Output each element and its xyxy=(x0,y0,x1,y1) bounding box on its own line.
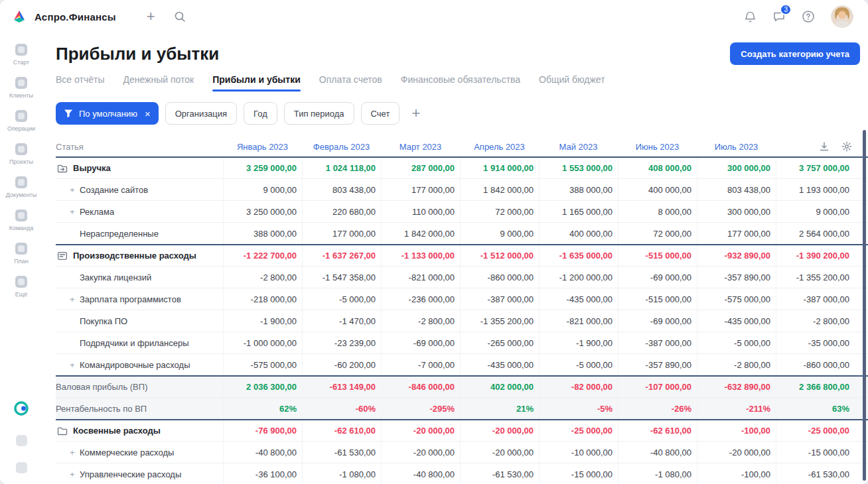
sidebar-item-label: Проекты xyxy=(9,158,33,165)
row-label: +Командировочные расходы xyxy=(56,360,223,370)
tab-cash-flow[interactable]: Денежный поток xyxy=(123,74,194,91)
filter-chip-year[interactable]: Год xyxy=(244,102,277,125)
table-cell: 177 000,00 xyxy=(302,223,381,244)
table-cell: -1 355 200,00 xyxy=(776,267,855,288)
table-cell: 9 000,00 xyxy=(460,223,539,244)
table-row[interactable]: +Командировочные расходы-575 000,00-60 2… xyxy=(56,353,868,375)
expand-icon[interactable]: + xyxy=(70,207,75,217)
clients-icon xyxy=(15,77,27,89)
column-header[interactable]: Июль 2023 xyxy=(697,142,776,152)
table-cell: -20 000,00 xyxy=(460,420,539,441)
bottom-widget-icon-2[interactable] xyxy=(16,462,27,473)
table-row[interactable]: +Зарплата программистов-218 000,00-5 000… xyxy=(56,288,868,310)
tab-financial-obligations[interactable]: Финансовые обязательства xyxy=(401,74,520,91)
table-cell: -10 000,00 xyxy=(539,442,618,463)
sidebar-item-clients[interactable]: Клиенты xyxy=(6,77,36,99)
table-cell: 2 564 000,00 xyxy=(776,223,855,244)
notifications-bell-icon[interactable] xyxy=(744,11,757,23)
table-cell: -107 000,00 xyxy=(618,377,697,397)
month-headers: Январь 2023Февраль 2023Март 2023Апрель 2… xyxy=(223,142,776,152)
tab-general-budget[interactable]: Общий бюджет xyxy=(539,74,605,91)
expand-icon[interactable]: + xyxy=(70,360,75,370)
table-row[interactable]: +Управленческие расходы-36 100,00-1 080,… xyxy=(56,463,868,484)
tab-all-reports[interactable]: Все отчёты xyxy=(56,74,104,91)
expand-icon[interactable]: + xyxy=(70,469,75,479)
table-cell: 1 193 000,00 xyxy=(776,179,855,200)
user-avatar[interactable] xyxy=(831,5,853,28)
sidebar-item-start[interactable]: Старт xyxy=(6,44,36,66)
filter-clear-icon[interactable]: × xyxy=(145,109,151,119)
table-row[interactable]: Косвенные расходы-76 900,00-62 610,00-20… xyxy=(56,419,868,441)
row-label-text: Валовая прибыль (ВП) xyxy=(56,382,147,392)
table-row[interactable]: +Коммерческие расходы-40 800,00-61 530,0… xyxy=(56,441,868,463)
table-cell: -15 000,00 xyxy=(539,463,618,484)
table-row[interactable]: Рентабельность по ВП62%-60%-295%21%-5%-2… xyxy=(56,397,868,419)
row-label-text: Реклама xyxy=(80,207,114,217)
table-row[interactable]: Производственные расходы-1 222 700,00-1 … xyxy=(56,244,868,266)
row-label: Подрядчики и фрилансеры xyxy=(56,338,223,348)
table-cell: 72 000,00 xyxy=(460,201,539,222)
table-row[interactable]: Выручка3 259 000,001 024 118,00287 000,0… xyxy=(56,156,868,178)
table-settings-gear-icon[interactable] xyxy=(841,141,852,152)
bottom-widget-icon-1[interactable] xyxy=(16,435,27,446)
sidebar-item-projects[interactable]: Проекты xyxy=(6,143,36,165)
expand-icon[interactable]: + xyxy=(70,185,75,195)
table-cell: -515 000,00 xyxy=(618,245,697,266)
column-header[interactable]: Май 2023 xyxy=(539,142,618,152)
sidebar-item-more[interactable]: Ещё xyxy=(6,276,36,298)
sidebar-item-plan[interactable]: План xyxy=(6,243,36,265)
list-icon xyxy=(57,251,68,261)
sidebar-item-operations[interactable]: Операции xyxy=(6,110,36,132)
table-cell: 21% xyxy=(460,398,539,419)
expand-icon[interactable]: + xyxy=(70,448,75,457)
row-label: Выручка xyxy=(56,163,223,174)
filter-chip-account[interactable]: Счет xyxy=(361,102,400,125)
help-icon[interactable] xyxy=(802,10,815,23)
page-header: Прибыли и убытки Создать категорию учета xyxy=(56,42,868,65)
filter-chip-organization[interactable]: Организация xyxy=(165,102,237,125)
table-cell: -218 000,00 xyxy=(223,288,302,310)
row-label: +Коммерческие расходы xyxy=(56,448,223,457)
row-label: +Создание сайтов xyxy=(56,185,223,195)
folder-icon xyxy=(57,426,68,436)
table-row[interactable]: Покупка ПО-1 900,00-1 470,00-2 800,00-1 … xyxy=(56,310,868,332)
row-label: Косвенные расходы xyxy=(56,426,223,436)
operations-icon xyxy=(15,110,27,122)
table-row[interactable]: Закупка лицензий-2 800,00-1 547 358,00-8… xyxy=(56,266,868,288)
search-icon[interactable] xyxy=(174,11,186,23)
table-cell: -575 000,00 xyxy=(697,288,776,310)
tab-bill-payment[interactable]: Оплата счетов xyxy=(319,74,382,91)
sidebar-item-documents[interactable]: Документы xyxy=(6,176,36,198)
column-header[interactable]: Январь 2023 xyxy=(223,142,302,152)
table-cell: -40 800,00 xyxy=(618,442,697,463)
column-header[interactable]: Февраль 2023 xyxy=(302,142,381,152)
aspro-finance-logo-icon[interactable] xyxy=(13,400,29,419)
table-row[interactable]: Подрядчики и фрилансеры-1 000 000,00-23 … xyxy=(56,332,868,353)
row-label-text: Коммерческие расходы xyxy=(80,448,174,457)
column-header[interactable]: Апрель 2023 xyxy=(460,142,539,152)
chat-icon[interactable]: 3 xyxy=(772,10,786,23)
table-cell: -1 355 200,00 xyxy=(460,310,539,332)
create-category-button[interactable]: Создать категорию учета xyxy=(730,42,860,65)
quick-add-icon[interactable]: + xyxy=(147,9,155,24)
expand-icon[interactable]: + xyxy=(70,294,75,304)
column-header[interactable]: Март 2023 xyxy=(381,142,460,152)
column-header[interactable]: Июнь 2023 xyxy=(618,142,697,152)
table-row[interactable]: +Реклама3 250 000,00220 680,00110 000,00… xyxy=(56,200,868,222)
filter-chip-period-type[interactable]: Тип периода xyxy=(284,102,354,125)
sidebar-item-team[interactable]: Команда xyxy=(6,210,36,231)
table-row[interactable]: +Создание сайтов9 000,00803 438,00177 00… xyxy=(56,178,868,200)
table-cell: -1 000 000,00 xyxy=(223,332,302,353)
table-row[interactable]: Валовая прибыль (ВП)2 036 300,00-613 149… xyxy=(56,375,868,397)
table-cell: -25 000,00 xyxy=(539,420,618,441)
table-cell: -15 000,00 xyxy=(776,442,855,463)
filter-default-chip[interactable]: По умолчанию × xyxy=(56,102,159,125)
vertical-scrollbar[interactable] xyxy=(863,130,866,481)
add-filter-icon[interactable]: + xyxy=(411,106,420,121)
table-cell: -821 000,00 xyxy=(381,267,460,288)
table-cell: 408 000,00 xyxy=(618,158,697,178)
table-row[interactable]: Нераспределенные388 000,00177 000,001 84… xyxy=(56,222,868,244)
download-icon[interactable] xyxy=(819,141,830,152)
app-logo-icon[interactable] xyxy=(11,8,28,25)
tab-pnl[interactable]: Прибыли и убытки xyxy=(212,74,301,91)
